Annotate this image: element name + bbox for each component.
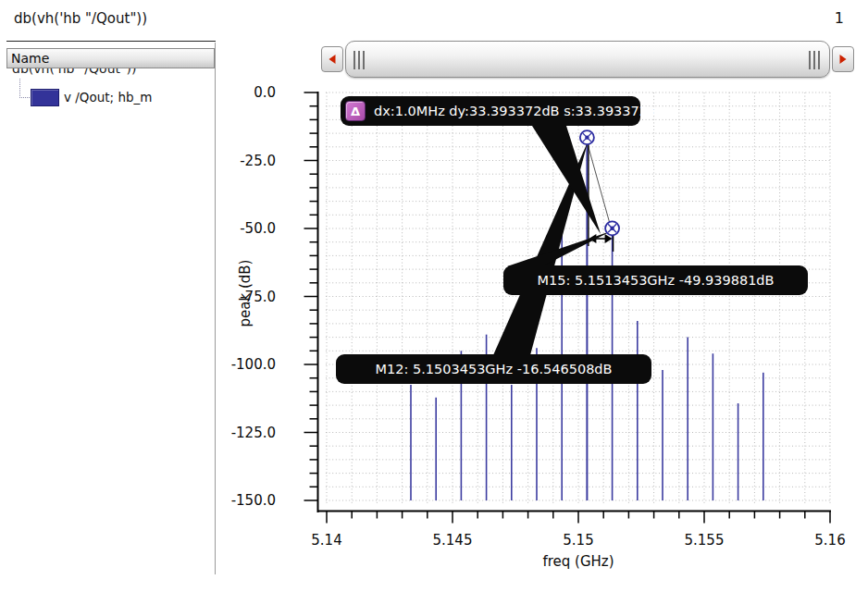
marker-m12-readout[interactable]: M12: 5.1503453GHz -16.546508dB xyxy=(336,354,651,384)
marker-m15-readout[interactable]: M15: 5.1513453GHz -49.939881dB xyxy=(503,265,808,295)
graph-window: db(vh('hb "/Qout")) 1 Name db(vh('hb "/Q… xyxy=(0,0,868,592)
x-tick-label: 5.155 xyxy=(685,532,725,549)
y-tick-label: -150.0 xyxy=(231,492,276,509)
x-tick-label: 5.14 xyxy=(311,532,341,549)
y-axis-title: peak (dB) xyxy=(237,245,254,341)
x-tick-label: 5.16 xyxy=(814,532,845,549)
delta-icon: Δ xyxy=(345,101,366,121)
m15-readout-text: M15: 5.1513453GHz -49.939881dB xyxy=(537,273,774,288)
plot-grid xyxy=(326,92,830,504)
y-tick-label: -50.0 xyxy=(240,220,276,237)
x-tick-label: 5.145 xyxy=(433,532,473,549)
y-tick-label: 0.0 xyxy=(254,84,276,101)
delta-readout-text: dx:1.0MHz dy:33.393372dB s:33.393372u xyxy=(374,104,656,118)
plot-canvas[interactable]: 0.0-25.0-50.0-75.0-100.0-125.0-150.05.14… xyxy=(0,0,868,592)
x-tick-label: 5.15 xyxy=(563,532,593,549)
m12-readout-text: M12: 5.1503453GHz -16.546508dB xyxy=(375,362,612,376)
delta-marker-readout[interactable]: Δ dx:1.0MHz dy:33.393372dB s:33.393372u xyxy=(341,96,640,126)
y-tick-label: -100.0 xyxy=(231,356,276,373)
x-axis-title: freq (GHz) xyxy=(521,553,636,570)
y-tick-label: -125.0 xyxy=(231,425,276,441)
y-tick-label: -25.0 xyxy=(240,153,276,169)
